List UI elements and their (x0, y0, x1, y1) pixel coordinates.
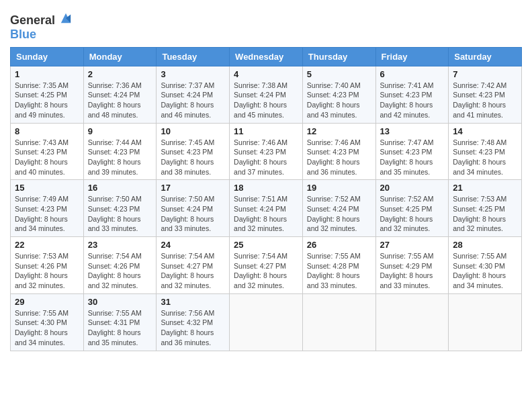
day-info: Sunrise: 7:50 AMSunset: 4:23 PMDaylight:… (88, 194, 152, 234)
day-number: 11 (234, 126, 298, 136)
empty-cell (302, 293, 375, 351)
calendar-day-1: 1Sunrise: 7:35 AMSunset: 4:25 PMDaylight… (11, 66, 84, 123)
calendar-week-2: 8Sunrise: 7:43 AMSunset: 4:23 PMDaylight… (11, 123, 522, 180)
day-number: 20 (380, 183, 445, 193)
empty-cell (375, 293, 449, 351)
calendar-day-13: 13Sunrise: 7:47 AMSunset: 4:23 PMDayligh… (375, 123, 449, 180)
day-number: 15 (15, 183, 79, 193)
calendar-day-23: 23Sunrise: 7:54 AMSunset: 4:26 PMDayligh… (83, 237, 157, 294)
day-number: 4 (234, 69, 298, 79)
day-info: Sunrise: 7:47 AMSunset: 4:23 PMDaylight:… (380, 138, 445, 177)
calendar-day-31: 31Sunrise: 7:56 AMSunset: 4:32 PMDayligh… (157, 293, 230, 351)
calendar-day-29: 29Sunrise: 7:55 AMSunset: 4:30 PMDayligh… (11, 293, 84, 351)
header-monday: Monday (83, 47, 157, 66)
calendar-day-24: 24Sunrise: 7:54 AMSunset: 4:27 PMDayligh… (157, 237, 230, 294)
calendar-week-1: 1Sunrise: 7:35 AMSunset: 4:25 PMDaylight… (11, 66, 522, 123)
day-info: Sunrise: 7:35 AMSunset: 4:25 PMDaylight:… (15, 81, 79, 120)
day-number: 29 (15, 297, 79, 307)
day-number: 1 (15, 69, 79, 79)
day-number: 13 (380, 126, 445, 136)
calendar-day-30: 30Sunrise: 7:55 AMSunset: 4:31 PMDayligh… (83, 293, 157, 351)
calendar-day-8: 8Sunrise: 7:43 AMSunset: 4:23 PMDaylight… (11, 123, 84, 180)
day-number: 24 (161, 240, 225, 250)
header-sunday: Sunday (11, 47, 84, 66)
calendar-day-16: 16Sunrise: 7:50 AMSunset: 4:23 PMDayligh… (83, 180, 157, 237)
day-number: 2 (88, 69, 152, 79)
calendar-header-row: SundayMondayTuesdayWednesdayThursdayFrid… (11, 47, 522, 66)
calendar-day-22: 22Sunrise: 7:53 AMSunset: 4:26 PMDayligh… (11, 237, 84, 294)
day-number: 23 (88, 240, 152, 250)
day-info: Sunrise: 7:55 AMSunset: 4:30 PMDaylight:… (453, 251, 517, 291)
day-number: 6 (380, 69, 445, 79)
calendar-day-7: 7Sunrise: 7:42 AMSunset: 4:23 PMDaylight… (449, 66, 522, 123)
day-number: 10 (161, 126, 225, 136)
calendar-day-12: 12Sunrise: 7:46 AMSunset: 4:23 PMDayligh… (302, 123, 375, 180)
day-info: Sunrise: 7:42 AMSunset: 4:23 PMDaylight:… (453, 81, 517, 120)
day-info: Sunrise: 7:53 AMSunset: 4:26 PMDaylight:… (15, 251, 79, 291)
day-number: 16 (88, 183, 152, 193)
logo-text: General (10, 12, 72, 28)
day-info: Sunrise: 7:41 AMSunset: 4:23 PMDaylight:… (380, 81, 445, 120)
day-info: Sunrise: 7:43 AMSunset: 4:23 PMDaylight:… (15, 138, 79, 177)
header-friday: Friday (375, 47, 449, 66)
calendar-day-28: 28Sunrise: 7:55 AMSunset: 4:30 PMDayligh… (449, 237, 522, 294)
day-number: 25 (234, 240, 298, 250)
day-number: 27 (380, 240, 445, 250)
calendar-day-10: 10Sunrise: 7:45 AMSunset: 4:23 PMDayligh… (157, 123, 230, 180)
calendar-day-19: 19Sunrise: 7:52 AMSunset: 4:24 PMDayligh… (302, 180, 375, 237)
day-info: Sunrise: 7:52 AMSunset: 4:24 PMDaylight:… (307, 194, 371, 234)
day-info: Sunrise: 7:36 AMSunset: 4:24 PMDaylight:… (88, 81, 152, 120)
calendar-day-21: 21Sunrise: 7:53 AMSunset: 4:25 PMDayligh… (449, 180, 522, 237)
header-wednesday: Wednesday (230, 47, 303, 66)
day-info: Sunrise: 7:55 AMSunset: 4:28 PMDaylight:… (307, 251, 371, 291)
calendar-week-5: 29Sunrise: 7:55 AMSunset: 4:30 PMDayligh… (11, 293, 522, 351)
day-number: 12 (307, 126, 371, 136)
day-number: 31 (161, 297, 225, 307)
day-number: 26 (307, 240, 371, 250)
day-info: Sunrise: 7:46 AMSunset: 4:23 PMDaylight:… (234, 138, 298, 177)
day-number: 7 (453, 69, 517, 79)
day-info: Sunrise: 7:48 AMSunset: 4:23 PMDaylight:… (453, 138, 517, 177)
calendar-day-14: 14Sunrise: 7:48 AMSunset: 4:23 PMDayligh… (449, 123, 522, 180)
calendar-day-2: 2Sunrise: 7:36 AMSunset: 4:24 PMDaylight… (83, 66, 157, 123)
day-info: Sunrise: 7:55 AMSunset: 4:30 PMDaylight:… (15, 308, 79, 348)
calendar-day-3: 3Sunrise: 7:37 AMSunset: 4:24 PMDaylight… (157, 66, 230, 123)
logo-blue: Blue (10, 28, 72, 42)
day-info: Sunrise: 7:37 AMSunset: 4:24 PMDaylight:… (161, 81, 225, 120)
calendar-day-25: 25Sunrise: 7:54 AMSunset: 4:27 PMDayligh… (230, 237, 303, 294)
day-number: 14 (453, 126, 517, 136)
day-number: 18 (234, 183, 298, 193)
header-tuesday: Tuesday (157, 47, 230, 66)
day-info: Sunrise: 7:51 AMSunset: 4:24 PMDaylight:… (234, 194, 298, 234)
empty-cell (230, 293, 303, 351)
calendar-day-17: 17Sunrise: 7:50 AMSunset: 4:24 PMDayligh… (157, 180, 230, 237)
day-info: Sunrise: 7:46 AMSunset: 4:23 PMDaylight:… (307, 138, 371, 177)
day-number: 19 (307, 183, 371, 193)
day-info: Sunrise: 7:54 AMSunset: 4:27 PMDaylight:… (161, 251, 225, 291)
calendar-day-15: 15Sunrise: 7:49 AMSunset: 4:23 PMDayligh… (11, 180, 84, 237)
day-number: 30 (88, 297, 152, 307)
day-number: 3 (161, 69, 225, 79)
day-info: Sunrise: 7:50 AMSunset: 4:24 PMDaylight:… (161, 194, 225, 234)
day-info: Sunrise: 7:52 AMSunset: 4:25 PMDaylight:… (380, 194, 445, 234)
day-number: 9 (88, 126, 152, 136)
header-thursday: Thursday (302, 47, 375, 66)
logo-icon (60, 12, 72, 24)
day-info: Sunrise: 7:55 AMSunset: 4:29 PMDaylight:… (380, 251, 445, 291)
day-info: Sunrise: 7:38 AMSunset: 4:24 PMDaylight:… (234, 81, 298, 120)
day-number: 5 (307, 69, 371, 79)
calendar-day-4: 4Sunrise: 7:38 AMSunset: 4:24 PMDaylight… (230, 66, 303, 123)
calendar-table: SundayMondayTuesdayWednesdayThursdayFrid… (10, 47, 522, 351)
day-info: Sunrise: 7:45 AMSunset: 4:23 PMDaylight:… (161, 138, 225, 177)
page-header: General Blue (10, 7, 522, 42)
calendar-day-5: 5Sunrise: 7:40 AMSunset: 4:23 PMDaylight… (302, 66, 375, 123)
day-number: 28 (453, 240, 517, 250)
calendar-day-18: 18Sunrise: 7:51 AMSunset: 4:24 PMDayligh… (230, 180, 303, 237)
day-number: 17 (161, 183, 225, 193)
calendar-day-6: 6Sunrise: 7:41 AMSunset: 4:23 PMDaylight… (375, 66, 449, 123)
empty-cell (449, 293, 522, 351)
calendar-day-26: 26Sunrise: 7:55 AMSunset: 4:28 PMDayligh… (302, 237, 375, 294)
day-number: 21 (453, 183, 517, 193)
calendar-day-11: 11Sunrise: 7:46 AMSunset: 4:23 PMDayligh… (230, 123, 303, 180)
calendar-day-9: 9Sunrise: 7:44 AMSunset: 4:23 PMDaylight… (83, 123, 157, 180)
